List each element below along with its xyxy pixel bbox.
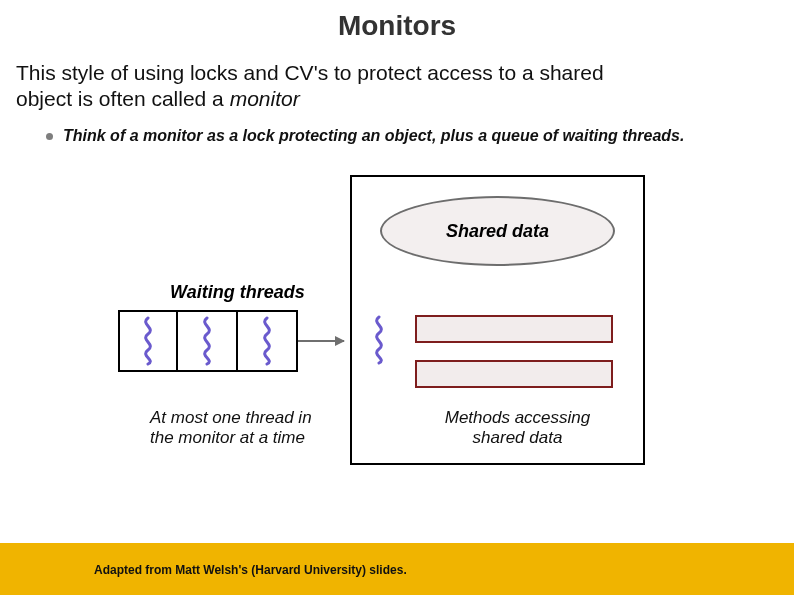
shared-data-label: Shared data	[446, 221, 549, 242]
arrow-icon	[298, 340, 344, 342]
method-box	[415, 360, 613, 388]
body-line1: This style of using locks and CV's to pr…	[16, 61, 604, 84]
queue-cell	[178, 310, 238, 372]
body-line2-a: object is often called a	[16, 87, 230, 110]
caption-right-line1: Methods accessing	[445, 408, 591, 427]
waiting-threads-label: Waiting threads	[170, 282, 305, 303]
thread-squiggle-icon	[256, 316, 278, 366]
thread-squiggle-icon	[368, 315, 390, 365]
diagram-area: Shared data Waiting threads At most one …	[0, 170, 794, 500]
thread-in-monitor	[368, 315, 390, 365]
bullet-text: Think of a monitor as a lock protecting …	[63, 127, 684, 145]
body-monitor-word: monitor	[230, 87, 300, 110]
caption-left-line2: the monitor at a time	[150, 428, 305, 447]
bullet-dot-icon	[46, 133, 53, 140]
footer-attribution: Adapted from Matt Welsh's (Harvard Unive…	[94, 563, 407, 577]
thread-squiggle-icon	[137, 316, 159, 366]
bullet-item: Think of a monitor as a lock protecting …	[0, 113, 794, 145]
method-box	[415, 315, 613, 343]
queue-cell	[118, 310, 178, 372]
caption-at-most-one: At most one thread in the monitor at a t…	[150, 408, 360, 449]
shared-data-ellipse: Shared data	[380, 196, 615, 266]
caption-left-line1: At most one thread in	[150, 408, 312, 427]
waiting-queue	[118, 310, 344, 372]
body-paragraph: This style of using locks and CV's to pr…	[0, 60, 794, 113]
slide-title: Monitors	[0, 0, 794, 60]
thread-squiggle-icon	[196, 316, 218, 366]
queue-cell	[238, 310, 298, 372]
caption-right-line2: shared data	[473, 428, 563, 447]
caption-methods-access: Methods accessing shared data	[410, 408, 625, 449]
